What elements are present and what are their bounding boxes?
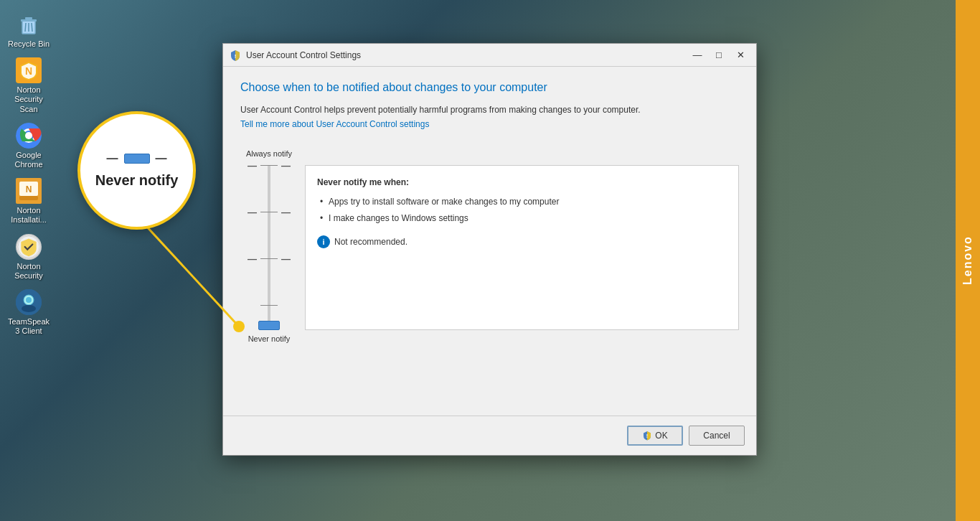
close-button[interactable]: ✕ (730, 47, 750, 63)
svg-line-3 (25, 23, 26, 32)
svg-text:!: ! (235, 53, 237, 60)
lenovo-sidebar: Lenovo (956, 0, 980, 521)
dialog-title-text: User Account Control Settings (246, 50, 687, 60)
cancel-button[interactable]: Cancel (689, 426, 745, 446)
svg-rect-2 (25, 17, 32, 19)
svg-point-20 (22, 305, 36, 312)
minimize-button[interactable]: — (687, 47, 707, 63)
maximize-button[interactable]: □ (709, 47, 729, 63)
dialog-heading: Choose when to be notified about changes… (240, 81, 739, 94)
svg-text:N: N (26, 184, 32, 194)
teamspeak-icon[interactable]: TeamSpeak 3 Client (3, 285, 55, 340)
norton-security-icon[interactable]: Norton Security (3, 230, 55, 285)
desktop-icons: Recycle Bin N Norton Security Scan Googl… (0, 0, 57, 521)
callout-right-dash: — (156, 152, 167, 165)
info-panel-title: Never notify me when: (317, 177, 727, 187)
google-chrome-img (16, 123, 42, 149)
callout-left-dash: — (107, 152, 118, 165)
callout-thumb (124, 154, 150, 164)
norton-security-label: Norton Security (6, 262, 52, 281)
info-panel-list: Apps try to install software or make cha… (317, 196, 727, 225)
teamspeak-label: TeamSpeak 3 Client (6, 317, 52, 336)
svg-line-5 (32, 23, 32, 32)
google-chrome-label: Google Chrome (6, 151, 52, 169)
ok-label: OK (655, 431, 667, 441)
teamspeak-img (16, 289, 42, 315)
svg-text:N: N (25, 65, 32, 77)
dialog-description: User Account Control helps prevent poten… (240, 104, 739, 116)
not-recommended: i Not recommended. (317, 235, 727, 248)
norton-scan-img: N (16, 57, 42, 83)
recycle-bin-icon[interactable]: Recycle Bin (3, 7, 55, 53)
slider-thumb[interactable] (258, 321, 280, 330)
callout-label: Never notify (95, 172, 179, 189)
info-panel: Never notify me when: Apps try to instal… (305, 165, 739, 330)
dialog-window: ! User Account Control Settings — □ ✕ Ch… (222, 43, 757, 456)
dialog-footer: ! OK Cancel (223, 416, 756, 455)
norton-scan-label: Norton Security Scan (6, 85, 52, 114)
svg-text:!: ! (646, 433, 648, 438)
svg-point-11 (25, 132, 32, 139)
ok-button[interactable]: ! OK (627, 426, 683, 446)
dialog-titlebar: ! User Account Control Settings — □ ✕ (223, 44, 756, 67)
recycle-bin-label: Recycle Bin (8, 39, 50, 49)
dialog-controls: — □ ✕ (687, 47, 750, 63)
callout-slider-mini: — — (107, 152, 167, 165)
norton-scan-icon[interactable]: N Norton Security Scan (3, 53, 55, 118)
svg-rect-1 (21, 19, 37, 22)
norton-security-img (16, 234, 42, 260)
ok-shield-icon: ! (642, 431, 652, 441)
slider-track-container[interactable]: — — — — — — (248, 165, 291, 330)
dialog-link[interactable]: Tell me more about User Account Control … (240, 119, 739, 129)
recycle-bin-img (16, 11, 42, 37)
slider-area: Always notify — — — (240, 144, 298, 401)
svg-rect-14 (19, 196, 38, 200)
uac-title-icon: ! (229, 49, 242, 62)
norton-install-label: Norton Installati... (6, 206, 52, 225)
slider-section: Always notify — — — (240, 144, 739, 401)
lenovo-label: Lenovo (961, 236, 974, 286)
svg-point-19 (26, 297, 32, 303)
info-item-2: I make changes to Windows settings (317, 212, 727, 225)
google-chrome-icon[interactable]: Google Chrome (3, 118, 55, 174)
dialog-content: Choose when to be notified about changes… (223, 67, 756, 416)
norton-install-icon[interactable]: N Norton Installati... (3, 174, 55, 229)
callout-circle: — — Never notify (77, 111, 196, 230)
norton-install-img: N (16, 178, 42, 204)
slider-top-label: Always notify (246, 149, 292, 158)
info-item-1: Apps try to install software or make cha… (317, 196, 727, 208)
slider-bottom-label: Never notify (248, 334, 291, 343)
not-recommended-text: Not recommended. (334, 237, 407, 247)
info-circle-icon: i (317, 235, 330, 248)
